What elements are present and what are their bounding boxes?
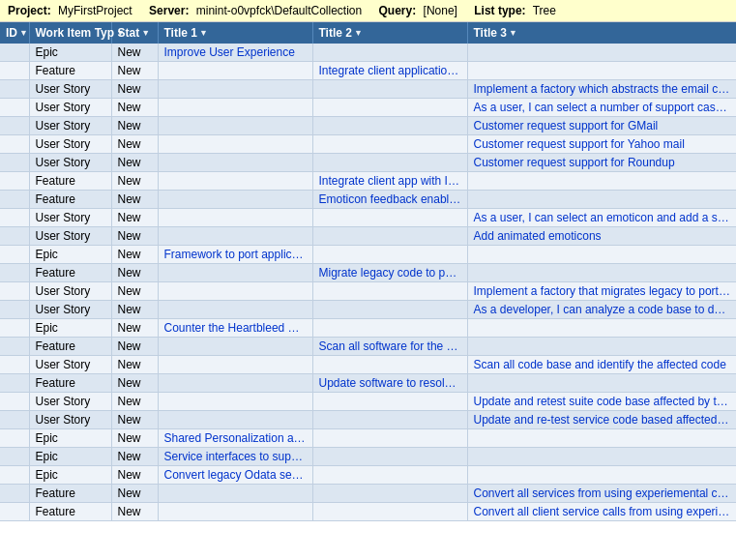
cell-state: New xyxy=(111,172,158,191)
cell-id xyxy=(0,374,29,393)
table-row[interactable]: EpicNewShared Personalization and state xyxy=(0,429,736,448)
cell-state: New xyxy=(111,117,158,135)
col-header-id[interactable]: ID ▼ xyxy=(0,22,29,44)
cell-wit: User Story xyxy=(29,80,111,99)
cell-title3 xyxy=(467,191,736,209)
cell-wit: User Story xyxy=(29,282,111,301)
cell-title2 xyxy=(312,209,467,227)
query-value: [None] xyxy=(424,4,457,17)
cell-title3: Update and re-test service code based af… xyxy=(467,411,736,429)
cell-id xyxy=(0,429,29,448)
table-row[interactable]: EpicNewImprove User Experience xyxy=(0,44,736,62)
listtype-value: Tree xyxy=(533,4,556,17)
cell-id xyxy=(0,411,29,429)
cell-title3 xyxy=(467,172,736,191)
cell-title2: Emoticon feedback enabled in client appl… xyxy=(312,191,467,209)
table-row[interactable]: User StoryNewCustomer request support fo… xyxy=(0,135,736,154)
table-row[interactable]: FeatureNewEmoticon feedback enabled in c… xyxy=(0,191,736,209)
col-title3-label: Title 3 xyxy=(474,26,507,40)
cell-title1 xyxy=(158,411,312,429)
col-header-title3[interactable]: Title 3 ▼ xyxy=(467,22,736,44)
col-wit-sort-icon: ▼ xyxy=(116,28,125,38)
table-row[interactable]: User StoryNewAdd animated emoticons xyxy=(0,227,736,246)
cell-title3: As a user, I can select a number of supp… xyxy=(467,99,736,117)
table-row[interactable]: User StoryNewScan all code base and iden… xyxy=(0,356,736,374)
cell-wit: User Story xyxy=(29,99,111,117)
cell-state: New xyxy=(111,374,158,393)
cell-wit: Feature xyxy=(29,485,111,503)
cell-wit: User Story xyxy=(29,356,111,374)
table-row[interactable]: EpicNewService interfaces to support RES… xyxy=(0,448,736,466)
cell-id xyxy=(0,338,29,356)
cell-title1 xyxy=(158,135,312,154)
cell-title3 xyxy=(467,264,736,282)
table-row[interactable]: User StoryNewUpdate and retest suite cod… xyxy=(0,393,736,411)
table-row[interactable]: FeatureNewIntegrate client app with IM c… xyxy=(0,172,736,191)
cell-state: New xyxy=(111,209,158,227)
table-row[interactable]: FeatureNewMigrate legacy code to portabl… xyxy=(0,264,736,282)
table-row[interactable]: EpicNewCounter the Heartbleed web securi… xyxy=(0,319,736,338)
cell-title3 xyxy=(467,246,736,264)
cell-state: New xyxy=(111,429,158,448)
cell-title2 xyxy=(312,246,467,264)
col-title2-label: Title 2 xyxy=(319,26,352,40)
cell-state: New xyxy=(111,227,158,246)
table-row[interactable]: EpicNewConvert legacy Odata service inte… xyxy=(0,466,736,485)
col-id-sort-icon: ▼ xyxy=(19,28,28,38)
cell-title1: Counter the Heartbleed web security bug xyxy=(158,319,312,338)
cell-id xyxy=(0,503,29,521)
cell-state: New xyxy=(111,264,158,282)
table-row[interactable]: FeatureNewConvert all services from usin… xyxy=(0,485,736,503)
cell-title2 xyxy=(312,448,467,466)
cell-title1 xyxy=(158,117,312,135)
cell-id xyxy=(0,191,29,209)
cell-title1 xyxy=(158,154,312,172)
top-bar: Project: MyFirstProject Server: minint-o… xyxy=(0,0,736,22)
table-row[interactable]: User StoryNewCustomer request support fo… xyxy=(0,154,736,172)
col-title3-sort-icon: ▼ xyxy=(509,28,517,38)
table-row[interactable]: User StoryNewUpdate and re-test service … xyxy=(0,411,736,429)
cell-state: New xyxy=(111,448,158,466)
table-row[interactable]: EpicNewFramework to port applications to… xyxy=(0,246,736,264)
cell-title1: Convert legacy Odata service interfaces … xyxy=(158,466,312,485)
table-row[interactable]: User StoryNewAs a user, I can select a n… xyxy=(0,99,736,117)
cell-title1 xyxy=(158,393,312,411)
col-header-title2[interactable]: Title 2 ▼ xyxy=(312,22,467,44)
table-row[interactable]: User StoryNewCustomer request support fo… xyxy=(0,117,736,135)
cell-state: New xyxy=(111,99,158,117)
cell-title3: As a developer, I can analyze a code bas… xyxy=(467,301,736,319)
table-row[interactable]: FeatureNewIntegrate client application w… xyxy=(0,62,736,80)
col-header-wit[interactable]: Work Item Typ ▼ xyxy=(29,22,111,44)
cell-title2 xyxy=(312,80,467,99)
cell-state: New xyxy=(111,62,158,80)
cell-title2 xyxy=(312,466,467,485)
table-row[interactable]: User StoryNewImplement a factory which a… xyxy=(0,80,736,99)
cell-title2 xyxy=(312,485,467,503)
cell-state: New xyxy=(111,301,158,319)
cell-title3: Update and retest suite code base affect… xyxy=(467,393,736,411)
cell-title1 xyxy=(158,485,312,503)
cell-title2 xyxy=(312,503,467,521)
work-items-table-container: ID ▼ Work Item Typ ▼ Stat ▼ xyxy=(0,22,736,521)
cell-title2 xyxy=(312,429,467,448)
cell-title3: Convert all services from using experiem… xyxy=(467,485,736,503)
cell-wit: Epic xyxy=(29,429,111,448)
col-header-title1[interactable]: Title 1 ▼ xyxy=(158,22,312,44)
cell-state: New xyxy=(111,356,158,374)
cell-title3: As a user, I can select an emoticon and … xyxy=(467,209,736,227)
cell-title3: Add animated emoticons xyxy=(467,227,736,246)
cell-title2 xyxy=(312,411,467,429)
table-row[interactable]: FeatureNewUpdate software to resolve the… xyxy=(0,374,736,393)
cell-title2: Update software to resolve the Open SLL … xyxy=(312,374,467,393)
cell-id xyxy=(0,319,29,338)
table-row[interactable]: User StoryNewAs a developer, I can analy… xyxy=(0,301,736,319)
cell-title1: Shared Personalization and state xyxy=(158,429,312,448)
cell-id xyxy=(0,209,29,227)
col-wit-label: Work Item Typ xyxy=(36,26,115,40)
table-row[interactable]: User StoryNewAs a user, I can select an … xyxy=(0,209,736,227)
table-row[interactable]: User StoryNewImplement a factory that mi… xyxy=(0,282,736,301)
table-row[interactable]: FeatureNewScan all software for the Open… xyxy=(0,338,736,356)
cell-title2 xyxy=(312,393,467,411)
table-row[interactable]: FeatureNewConvert all client service cal… xyxy=(0,503,736,521)
cell-id xyxy=(0,448,29,466)
